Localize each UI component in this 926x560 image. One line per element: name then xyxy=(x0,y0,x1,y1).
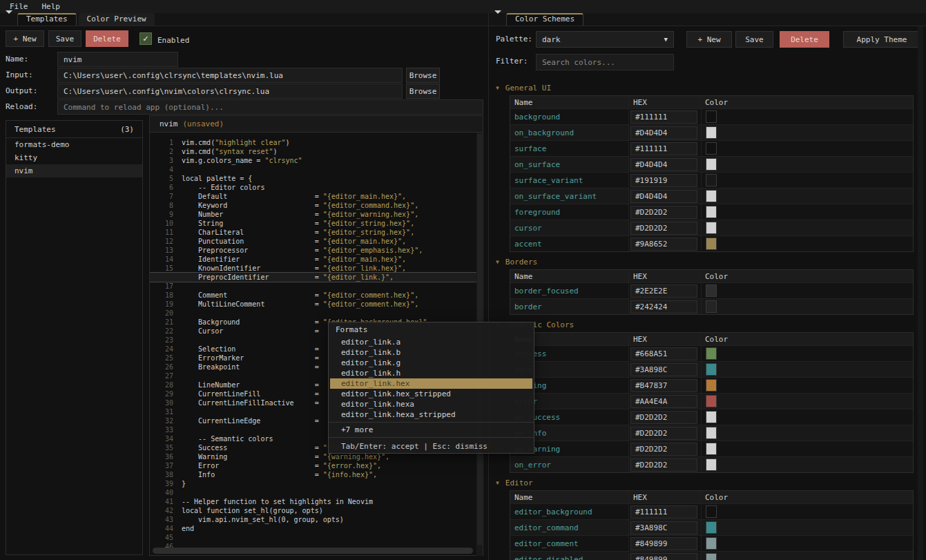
output-browse-button[interactable]: Browse xyxy=(406,84,440,99)
code-line[interactable]: 42local function set_hl(group, opts) xyxy=(150,506,483,515)
code-line[interactable]: 3vim.g.colors_name = "clrsync" xyxy=(150,156,483,165)
code-line[interactable]: 8 Keyword = "{editor_command.hex}", xyxy=(150,201,483,210)
tab-color-preview[interactable]: Color Preview xyxy=(79,13,155,26)
tab-color-schemes[interactable]: Color Schemes xyxy=(506,13,583,26)
enabled-checkbox[interactable]: ✓ xyxy=(139,32,152,45)
table-row[interactable]: editor_command#3A898C xyxy=(510,519,913,535)
hex-value-field[interactable]: #111111 xyxy=(630,505,697,519)
input-browse-button[interactable]: Browse xyxy=(406,68,440,83)
popup-item[interactable]: editor_link.a xyxy=(329,337,534,347)
table-row[interactable]: surface_variant#191919 xyxy=(510,172,913,188)
code-line[interactable]: 19 MultiLineComment = "{editor_comment.h… xyxy=(150,300,483,309)
table-row[interactable]: editor_background#111111 xyxy=(510,503,913,519)
name-input[interactable] xyxy=(57,52,178,67)
hex-value-field[interactable]: #2E2E2E xyxy=(630,284,697,298)
delete-template-button[interactable]: Delete xyxy=(86,30,128,47)
table-row[interactable]: surface#111111 xyxy=(510,140,913,156)
table-row[interactable]: on_surface#D4D4D4 xyxy=(510,156,913,172)
code-line[interactable]: 7 Default = "{editor_main.hex}", xyxy=(150,192,483,201)
table-row[interactable]: border#242424 xyxy=(510,298,913,314)
current-code-line[interactable]: PreprocIdentifier = "{editor_link.}", xyxy=(150,273,483,282)
color-swatch[interactable] xyxy=(706,142,717,155)
tab-templates[interactable]: Templates xyxy=(17,13,77,26)
color-swatch[interactable] xyxy=(706,537,717,550)
panel-scrollbar[interactable] xyxy=(918,26,923,560)
table-row[interactable]: editor_disabled#849899 xyxy=(510,551,913,560)
apply-theme-button[interactable]: Apply Theme xyxy=(843,31,920,48)
code-line[interactable]: 43 vim.api.nvim_set_hl(0, group, opts) xyxy=(150,515,483,524)
table-row[interactable]: on_warning#D2D2D2 xyxy=(510,441,913,456)
color-swatch[interactable] xyxy=(706,395,717,407)
editor-horizontal-scrollbar[interactable] xyxy=(153,548,473,554)
hex-value-field[interactable]: #D2D2D2 xyxy=(630,458,697,472)
code-line[interactable]: 41-- Helper function to set highlights i… xyxy=(150,497,483,506)
code-line[interactable]: 38 Info = "{info.hex}", xyxy=(150,470,483,479)
color-swatch[interactable] xyxy=(706,158,717,171)
hex-value-field[interactable]: #3A898C xyxy=(630,521,697,534)
code-line[interactable]: 13 Preprocessor = "{editor_emphasis.hex}… xyxy=(150,246,483,255)
code-line[interactable]: 9 Number = "{editor_warning.hex}", xyxy=(150,210,483,219)
palette-dropdown[interactable]: dark ▼ xyxy=(536,31,674,48)
list-item[interactable]: nvim xyxy=(6,164,142,177)
table-row[interactable]: on_info#D2D2D2 xyxy=(510,425,913,441)
color-swatch[interactable] xyxy=(706,222,717,234)
section-collapse-icon[interactable]: ▼ xyxy=(496,85,499,91)
save-template-button[interactable]: Save xyxy=(48,30,81,47)
table-row[interactable]: warning#B47837 xyxy=(510,377,913,393)
code-line[interactable]: 37 Error = "{error.hex}", xyxy=(150,461,483,470)
table-row[interactable]: editor_comment#849899 xyxy=(510,535,913,551)
color-swatch[interactable] xyxy=(706,363,717,376)
hex-value-field[interactable]: #D2D2D2 xyxy=(630,222,697,235)
popup-item[interactable]: editor_link.hexa xyxy=(329,399,534,409)
code-line[interactable]: 4 xyxy=(150,165,483,174)
table-row[interactable]: foreground#D2D2D2 xyxy=(510,204,913,220)
table-row[interactable]: on_background#D4D4D4 xyxy=(510,124,913,140)
code-line[interactable]: 15 KnownIdentifier = "{editor_link.hex}"… xyxy=(150,264,483,273)
color-swatch[interactable] xyxy=(706,300,717,313)
hex-value-field[interactable]: #B47837 xyxy=(630,379,697,392)
section-header[interactable]: ▼Borders xyxy=(496,258,926,267)
color-filter-input[interactable] xyxy=(536,54,674,70)
hex-value-field[interactable]: #191919 xyxy=(630,174,697,187)
code-line[interactable]: 39} xyxy=(150,479,483,488)
hex-value-field[interactable]: #D4D4D4 xyxy=(630,126,697,139)
hex-value-field[interactable]: #D4D4D4 xyxy=(630,158,697,171)
section-header[interactable]: ▼Semantic Colors xyxy=(496,320,926,329)
code-line[interactable]: 10 String = "{editor_string.hex}", xyxy=(150,219,483,228)
code-line[interactable]: 18 Comment = "{editor_comment.hex}", xyxy=(150,291,483,300)
hex-value-field[interactable]: #668A51 xyxy=(630,347,697,360)
table-row[interactable]: on_surface_variant#D4D4D4 xyxy=(510,188,913,204)
color-swatch[interactable] xyxy=(706,458,717,471)
color-swatch[interactable] xyxy=(706,126,717,139)
collapse-panel-icon[interactable] xyxy=(6,14,13,23)
color-swatch[interactable] xyxy=(706,238,717,250)
code-line[interactable]: 5local palette = { xyxy=(150,174,483,183)
popup-item[interactable]: editor_link.b xyxy=(329,347,534,358)
section-header[interactable]: ▼General UI xyxy=(496,84,926,93)
hex-value-field[interactable]: #D2D2D2 xyxy=(630,427,697,440)
list-item[interactable]: kitty xyxy=(6,151,142,164)
delete-palette-button[interactable]: Delete xyxy=(780,31,829,48)
new-template-button[interactable]: + New xyxy=(6,30,44,47)
input-path-field[interactable] xyxy=(57,68,403,83)
section-header[interactable]: ▼Editor xyxy=(496,479,926,487)
color-swatch[interactable] xyxy=(706,553,717,560)
code-line[interactable]: 40 xyxy=(150,488,483,497)
code-line[interactable]: 2vim.cmd("syntax reset") xyxy=(150,147,483,156)
code-line[interactable]: 17 xyxy=(150,282,483,291)
table-row[interactable]: info#3A898C xyxy=(510,361,913,377)
popup-item[interactable]: editor_link.hex xyxy=(330,378,532,389)
reload-command-field[interactable] xyxy=(57,99,483,115)
hex-value-field[interactable]: #242424 xyxy=(630,300,697,313)
new-palette-button[interactable]: + New xyxy=(686,31,732,48)
list-item[interactable]: formats-demo xyxy=(6,138,142,151)
popup-item[interactable]: editor_link.h xyxy=(329,368,534,378)
hex-value-field[interactable]: #3A898C xyxy=(630,363,697,376)
table-row[interactable]: cursor#D2D2D2 xyxy=(510,220,913,235)
color-swatch[interactable] xyxy=(706,505,717,518)
menu-help[interactable]: Help xyxy=(35,2,68,11)
code-line[interactable]: 44end xyxy=(150,524,483,533)
table-row[interactable]: on_success#D2D2D2 xyxy=(510,409,913,425)
code-line[interactable]: 20 xyxy=(150,309,483,318)
color-swatch[interactable] xyxy=(706,206,717,218)
